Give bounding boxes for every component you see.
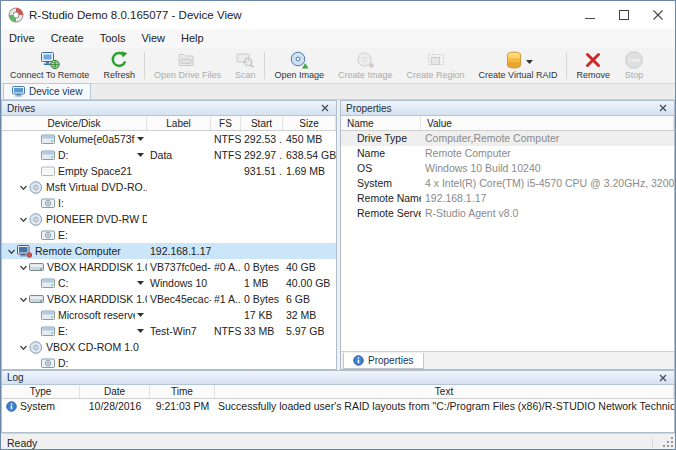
row-actions-dropdown-icon[interactable] [135,329,147,333]
tab-properties[interactable]: Properties [343,353,424,369]
column-header-text[interactable]: Text [215,385,674,398]
property-row-name[interactable]: NameRemote Computer [341,146,674,161]
device-start [241,243,283,259]
drive-row-i[interactable]: I: [2,195,336,211]
device-start: 0 Bytes [241,291,283,307]
toolbar-button-connect-to-remote[interactable]: Connect To Remote [3,48,96,83]
column-header-type[interactable]: Type [2,385,80,398]
maximize-button[interactable] [607,1,641,29]
status-bar: Ready [1,433,675,450]
drive-row-empty-space21[interactable]: Empty Space21931.51 ...1.69 MB [2,163,336,179]
resize-grip-icon[interactable] [662,436,674,450]
open-drive-files-icon [177,50,197,70]
expand-chevron-icon[interactable] [18,295,29,304]
row-actions-dropdown-icon[interactable] [135,137,147,141]
device-label [147,195,211,211]
row-actions-dropdown-icon[interactable] [135,281,147,285]
toolbar-button-remove[interactable]: Remove [569,48,617,83]
toolbar-button-create-region[interactable]: Create Region [400,48,472,83]
drive-row-microsoft-reserve[interactable]: Microsoft reserve17 KB32 MB [2,307,336,323]
log-rows: System10/28/20169:21:03 PMSuccessfully l… [2,399,674,414]
drive-row-e[interactable]: E:Test-Win7NTFS33 MB5.97 GB [2,323,336,339]
create-virtual-raid-icon [504,50,524,70]
drive-row-vbox-harddisk-1-0[interactable]: VBOX HARDDISK 1.0VBec45ecac-...#1 A...0 … [2,291,336,307]
device-label [147,355,211,369]
property-row-drive-type[interactable]: Drive TypeComputer,Remote Computer [341,131,674,146]
device-size: 6 GB [283,291,336,307]
property-row-system[interactable]: System4 x Intel(R) Core(TM) i5-4570 CPU … [341,176,674,191]
expand-chevron-icon[interactable] [18,263,29,272]
property-row-remote-server[interactable]: Remote ServerR-Studio Agent v8.0 [341,206,674,221]
toolbar-button-create-virtual-raid[interactable]: Create Virtual RAID [472,48,565,83]
dropdown-arrow-icon[interactable] [526,54,533,66]
toolbar-button-open-image[interactable]: Open Image [267,48,331,83]
properties-close-icon[interactable] [657,104,669,112]
device-name: D: [58,147,69,163]
expand-chevron-icon[interactable] [18,343,29,352]
log-row[interactable]: System10/28/20169:21:03 PMSuccessfully l… [2,399,674,414]
menu-item-drive[interactable]: Drive [1,29,43,48]
column-header-device-disk[interactable]: Device/Disk [2,116,147,130]
cd-rom-icon [29,341,43,354]
drive-row-d[interactable]: D: [2,355,336,369]
drive-row-c[interactable]: C:Windows 101 MB40.00 GB [2,275,336,291]
device-size [283,243,336,259]
column-header-time[interactable]: Time [150,385,215,398]
device-label: Test-Win7 [147,323,211,339]
device-fs [211,211,241,227]
column-header-name[interactable]: Name [341,116,421,130]
log-close-icon[interactable] [657,374,669,382]
drive-row-volume-e0a573f2[interactable]: Volume{e0a573f2NTFS292.53 ...450 MB [2,131,336,147]
drives-close-icon[interactable] [319,104,331,112]
device-start [241,227,283,243]
device-size [283,227,336,243]
log-text: Successfully loaded user's RAID layouts … [215,399,674,414]
expand-chevron-icon[interactable] [6,247,17,256]
property-row-os[interactable]: OSWindows 10 Build 10240 [341,161,674,176]
column-header-value[interactable]: Value [421,116,674,130]
drive-row-e[interactable]: E: [2,227,336,243]
toolbar-button-refresh[interactable]: Refresh [96,48,142,83]
expand-chevron-icon[interactable] [18,183,29,192]
close-button[interactable] [641,1,675,29]
device-start: 33 MB [241,323,283,339]
column-header-date[interactable]: Date [80,385,150,398]
drive-row-msft-virtual-dvd-ro[interactable]: Msft Virtual DVD-RO... [2,179,336,195]
drive-row-d[interactable]: D:DataNTFS292.97 ...638.54 GB [2,147,336,163]
drive-row-remote-computer[interactable]: Remote Computer192.168.1.17 [2,243,336,259]
device-label [147,163,211,179]
toolbar-button-stop[interactable]: STOPStop [617,48,651,83]
menu-item-help[interactable]: Help [173,29,212,48]
device-fs [211,355,241,369]
toolbar-button-open-drive-files[interactable]: Open Drive Files [147,48,228,83]
menu-item-tools[interactable]: Tools [92,29,134,48]
property-name: Name [341,146,421,161]
device-fs: #1 A... [211,291,241,307]
row-actions-dropdown-icon[interactable] [135,153,147,157]
device-fs [211,163,241,179]
property-row-remote-name[interactable]: Remote Name192.168.1.17 [341,191,674,206]
device-size: 1.69 MB [283,163,336,179]
column-header-start[interactable]: Start [241,116,283,130]
column-header-fs[interactable]: FS [211,116,241,130]
properties-tab-icon [353,355,364,366]
drive-row-vbox-harddisk-1-0[interactable]: VBOX HARDDISK 1.0VB737fc0ed-...#0 A...0 … [2,259,336,275]
expand-chevron-icon[interactable] [18,215,29,224]
row-actions-dropdown-icon[interactable] [135,313,147,317]
log-type: System [2,399,80,414]
device-name: I: [58,195,64,211]
column-header-size[interactable]: Size [283,116,336,130]
column-header-label[interactable]: Label [147,116,211,130]
toolbar-button-scan[interactable]: Scan [228,48,263,83]
menu-item-create[interactable]: Create [43,29,92,48]
toolbar-button-create-image[interactable]: Create Image [331,48,400,83]
title-bar: R-Studio Demo 8.0.165077 - Device View [1,1,675,29]
drive-row-pioneer-dvd-rw-d[interactable]: PIONEER DVD-RW D... [2,211,336,227]
drive-row-vbox-cd-rom-1-0[interactable]: VBOX CD-ROM 1.0 [2,339,336,355]
window-title: R-Studio Demo 8.0.165077 - Device View [29,9,242,21]
log-info-icon [6,401,17,412]
device-label: VBec45ecac-... [147,291,211,307]
minimize-button[interactable] [573,1,607,29]
tab-device-view[interactable]: Device view [3,83,91,99]
menu-item-view[interactable]: View [133,29,173,48]
